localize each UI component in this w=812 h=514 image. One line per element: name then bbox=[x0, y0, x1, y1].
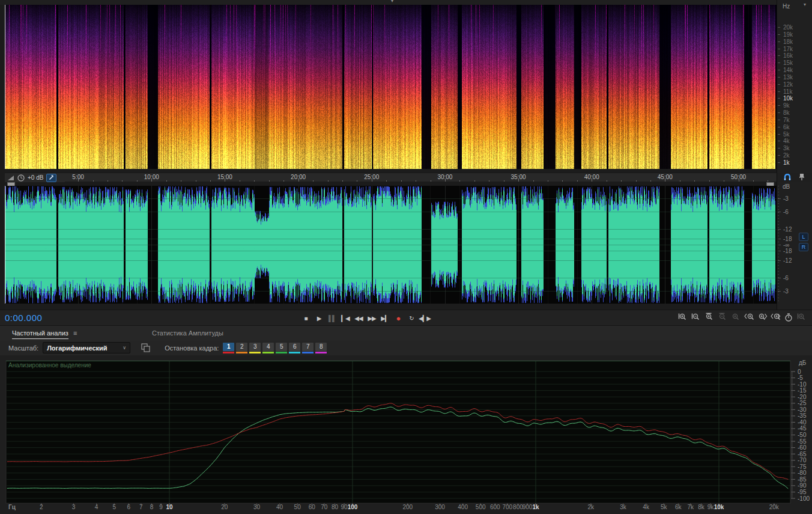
frame-hold-button-3[interactable]: 3 bbox=[249, 343, 261, 353]
tab-frequency-analysis[interactable]: Частотный анализ ≡ bbox=[12, 326, 77, 340]
db-tick bbox=[778, 260, 781, 261]
channel-right-badge[interactable]: R bbox=[799, 243, 808, 251]
scale-label: Масштаб: bbox=[8, 344, 38, 352]
zoom-in-button[interactable] bbox=[678, 313, 689, 323]
x-tick-label: 5k bbox=[661, 504, 668, 510]
x-tick-label: 2 bbox=[40, 504, 43, 510]
gain-readout[interactable]: +0 dB bbox=[28, 174, 43, 181]
stop-button[interactable]: ■ bbox=[299, 312, 312, 324]
x-tick-label: 7k bbox=[687, 504, 694, 510]
frame-hold-button-1[interactable]: 1 bbox=[223, 343, 234, 353]
auto-scroll-button[interactable] bbox=[46, 174, 56, 182]
rewind-button[interactable]: ◀◀ bbox=[352, 312, 365, 324]
frame-hold-button-6[interactable]: 6 bbox=[289, 343, 300, 353]
current-time-display[interactable]: 0:00.000 bbox=[5, 313, 42, 323]
y-tick-label: -5 bbox=[798, 375, 803, 381]
hz-tick bbox=[778, 91, 780, 92]
hold-color-swatch bbox=[262, 352, 274, 353]
x-tick-label: 1k bbox=[532, 504, 539, 510]
x-tick-label: 60 bbox=[309, 504, 316, 510]
x-tick-label: 5 bbox=[112, 504, 116, 510]
frequency-analysis-plot[interactable]: Анализированное выделениедБ0-5-10-15-20-… bbox=[0, 355, 812, 514]
fast-forward-button[interactable]: ▶▶ bbox=[365, 312, 378, 324]
waveform-display[interactable] bbox=[5, 186, 777, 304]
frame-hold-button-2[interactable]: 2 bbox=[236, 343, 247, 353]
hz-tick-label: 11k bbox=[783, 88, 792, 95]
zoom-full-button bbox=[731, 313, 742, 323]
snap-magnet-icon[interactable] bbox=[783, 174, 792, 181]
x-tick-label: 8 bbox=[150, 504, 154, 510]
time-label: 15:00 bbox=[217, 174, 232, 180]
clock-icon[interactable] bbox=[17, 174, 25, 182]
zoom-in-time-button[interactable] bbox=[704, 313, 716, 323]
hz-tick-label: 4k bbox=[783, 138, 790, 144]
hz-tick-label: 12k bbox=[783, 81, 793, 88]
hz-tick bbox=[778, 77, 780, 78]
frequency-analysis-panel: Анализированное выделениедБ0-5-10-15-20-… bbox=[0, 355, 812, 514]
x-tick-label: 900 bbox=[523, 504, 533, 510]
panel-menu-icon[interactable]: ≡ bbox=[73, 329, 77, 337]
skip-selection-button[interactable]: ◀▎▶ bbox=[418, 312, 431, 324]
x-tick-label: 7 bbox=[139, 504, 143, 510]
frequency-unit-label: Hz bbox=[783, 3, 790, 10]
frame-hold-button-5[interactable]: 5 bbox=[276, 343, 287, 353]
x-tick-label: 600 bbox=[490, 504, 500, 510]
frame-hold-button-8[interactable]: 8 bbox=[315, 343, 327, 353]
zoom-selection-button[interactable] bbox=[771, 313, 782, 323]
hold-color-swatch bbox=[249, 352, 261, 353]
status-bar: 0:00.000 ■▶▌▌▎◀◀◀▶▶▶▎●↻◀▎▶ bbox=[0, 310, 812, 326]
hz-tick bbox=[778, 63, 780, 63]
x-tick-label: 800 bbox=[513, 504, 523, 510]
splitter-caret-icon[interactable]: ▾ bbox=[391, 0, 393, 4]
x-tick-label: 30 bbox=[253, 504, 261, 510]
top-divider: ▾ bbox=[0, 0, 777, 5]
time-label: 30:00 bbox=[437, 174, 452, 180]
hold-color-swatch bbox=[223, 352, 234, 353]
record-button[interactable]: ● bbox=[392, 312, 405, 324]
frequency-ruler[interactable]: ▾ Hz 20k19k18k17k16k15k14k13k12k11k10k9k… bbox=[777, 0, 812, 173]
zoom-in-point-button[interactable] bbox=[744, 313, 756, 323]
hz-tick bbox=[778, 49, 780, 49]
hz-tick-label: 5k bbox=[783, 131, 790, 138]
chevron-down-icon: ∨ bbox=[123, 345, 126, 350]
restore-zoom-button[interactable] bbox=[784, 313, 795, 323]
tab-amplitude-statistics[interactable]: Статистика Амплитуды bbox=[152, 326, 223, 340]
x-tick-label: 4k bbox=[643, 504, 650, 510]
hz-tick bbox=[778, 41, 780, 42]
volume-ramp-icon[interactable] bbox=[7, 174, 14, 181]
pause-button[interactable]: ▌▌ bbox=[326, 312, 339, 324]
hz-tick-label: 6k bbox=[783, 124, 790, 130]
x-tick-label: 70 bbox=[321, 504, 328, 510]
play-button[interactable]: ▶ bbox=[312, 312, 326, 324]
frame-hold-button-7[interactable]: 7 bbox=[302, 343, 314, 353]
x-tick-label: 10k bbox=[714, 504, 724, 510]
zoom-out-point-button[interactable] bbox=[757, 313, 769, 323]
spectrogram-display[interactable] bbox=[5, 5, 777, 169]
pushpin-icon[interactable] bbox=[799, 173, 805, 181]
db-tick-label: -6 bbox=[783, 209, 789, 215]
channel-left-badge[interactable]: L bbox=[799, 233, 808, 241]
frame-hold-buttons: 12345678 bbox=[223, 343, 327, 353]
skip-to-start-button[interactable]: ▎◀ bbox=[339, 312, 352, 324]
loop-playback-button[interactable]: ↻ bbox=[405, 312, 418, 324]
scale-select-value: Логарифмический bbox=[47, 344, 108, 352]
ruler-options bbox=[777, 173, 812, 182]
zoom-amplitude-button bbox=[797, 313, 808, 323]
amplitude-ruler[interactable]: dB L R -3-6-12-18-∞-18-12-6-3 bbox=[777, 182, 812, 310]
y-tick-label: -55 bbox=[798, 438, 807, 445]
ruler-caret-icon[interactable]: ▾ bbox=[804, 2, 806, 7]
copy-icon[interactable] bbox=[141, 343, 150, 352]
zoom-out-button[interactable] bbox=[691, 313, 703, 323]
x-tick-label: 2k bbox=[588, 504, 595, 510]
skip-to-end-button[interactable]: ▶▎ bbox=[378, 312, 392, 324]
hz-tick bbox=[778, 148, 780, 148]
frame-hold-button-4[interactable]: 4 bbox=[262, 343, 274, 353]
x-tick-label: 80 bbox=[332, 504, 339, 510]
y-tick-label: -10 bbox=[798, 381, 807, 388]
hz-tick-label: 10k bbox=[783, 95, 793, 102]
hz-tick bbox=[778, 112, 780, 113]
y-tick-label: -15 bbox=[798, 387, 807, 394]
scale-select[interactable]: Логарифмический ∨ bbox=[43, 342, 130, 353]
hz-tick-label: 13k bbox=[783, 74, 793, 81]
db-tick-label: -3 bbox=[783, 195, 789, 202]
